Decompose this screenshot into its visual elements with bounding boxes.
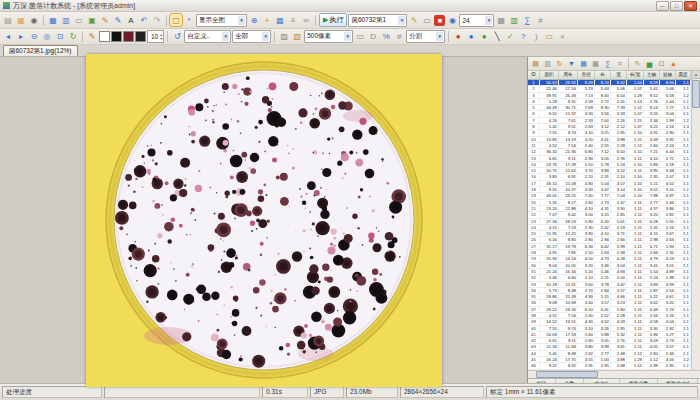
- print-icon[interactable]: ▭: [73, 14, 85, 26]
- settings-icon[interactable]: #: [534, 14, 546, 26]
- stop-icon[interactable]: ■: [434, 15, 445, 26]
- next-image-icon[interactable]: ▸: [15, 31, 27, 43]
- chart-icon[interactable]: ▥: [508, 14, 520, 26]
- brush-icon[interactable]: ▨: [278, 31, 290, 43]
- help-icon[interactable]: ?: [517, 31, 529, 43]
- sum-icon[interactable]: ∑: [602, 58, 613, 69]
- add-blue-dot-icon[interactable]: ●: [465, 31, 477, 43]
- image-tab[interactable]: 菌60732第1.jpg(12%): [3, 45, 78, 56]
- link-icon[interactable]: ∞: [300, 14, 312, 26]
- hand-tool-icon[interactable]: +: [261, 14, 273, 26]
- image-canvas[interactable]: [0, 57, 527, 383]
- toolbar-separator: [274, 31, 275, 42]
- chevron-down-icon: ▾: [222, 32, 229, 41]
- main-toolbar: ▤▦◉▦▥▭▣✎✎A↶↷▢*显示全图▾⊕+▩≡∞▶执行菌60732第1▾✎▭■◉…: [0, 12, 700, 29]
- play-icon: ▶: [323, 16, 328, 24]
- stats-icon[interactable]: ∑: [521, 14, 533, 26]
- color-maroon-swatch[interactable]: [123, 31, 134, 42]
- edit-icon[interactable]: ✎: [408, 14, 420, 26]
- cells-icon[interactable]: ▩: [590, 58, 601, 69]
- marker-pen-icon[interactable]: ✎: [86, 31, 98, 43]
- execute-button[interactable]: ▶执行: [319, 13, 347, 27]
- number-icon[interactable]: #: [393, 31, 405, 43]
- bar-chart-icon[interactable]: ▅: [644, 58, 655, 69]
- spinner-arrows-icon[interactable]: ▴▾: [160, 33, 162, 41]
- user-icon[interactable]: ◉: [446, 14, 458, 26]
- zoom-actual-icon[interactable]: ⊡: [54, 31, 66, 43]
- scope-select[interactable]: 全部▾: [232, 30, 271, 43]
- confirm-icon[interactable]: ✓: [504, 31, 516, 43]
- text-tool-icon[interactable]: A: [125, 14, 137, 26]
- draw-line-icon[interactable]: ╲: [491, 31, 503, 43]
- zoom-out-icon[interactable]: ⊖: [28, 31, 40, 43]
- split-select[interactable]: 分割▾: [406, 30, 445, 43]
- camera-icon[interactable]: ◉: [28, 14, 40, 26]
- redo-icon[interactable]: ↷: [151, 14, 163, 26]
- sort-icon[interactable]: ≡: [614, 58, 625, 69]
- note-icon[interactable]: ▭: [543, 31, 555, 43]
- table-header-row: ID面积周长直径长宽长/宽主轴短轴圆度: [528, 71, 691, 80]
- vertical-scrollbar[interactable]: ▲: [691, 71, 700, 370]
- horizontal-scrollbar[interactable]: [528, 370, 700, 378]
- clipboard-icon[interactable]: ▤: [530, 58, 541, 69]
- specimen-photo[interactable]: [86, 54, 442, 387]
- hscroll-thumb[interactable]: [536, 371, 598, 378]
- open-folder-icon[interactable]: ▦: [15, 14, 27, 26]
- measurement-table-wrap: ID面积周长直径长宽长/宽主轴短轴圆度156.6329.928.498.748.…: [528, 71, 700, 370]
- ruler-icon[interactable]: ≡: [287, 14, 299, 26]
- pen-size-spinner[interactable]: 10▴▾: [147, 30, 164, 43]
- zoom-fit-icon[interactable]: ◎: [41, 31, 53, 43]
- toolbar-separator: [167, 31, 168, 42]
- rotate-icon[interactable]: ↻: [67, 31, 79, 43]
- table-icon[interactable]: ▦: [578, 58, 589, 69]
- paint-icon[interactable]: ✎: [99, 14, 111, 26]
- refresh-icon[interactable]: ↻: [554, 58, 565, 69]
- color-black-swatch[interactable]: [111, 31, 122, 42]
- status-segment: 处理进度: [2, 386, 102, 398]
- grid-icon[interactable]: ▦: [495, 14, 507, 26]
- magic-wand-icon[interactable]: *: [183, 14, 195, 26]
- view-mode-select[interactable]: 显示全图▾: [196, 14, 247, 27]
- rect-tool-icon[interactable]: ▭: [354, 31, 366, 43]
- app-icon: [3, 2, 10, 9]
- clear-icon[interactable]: ×: [556, 31, 568, 43]
- shape-d-icon[interactable]: D: [367, 31, 379, 43]
- threshold-select[interactable]: 自定义..▾: [184, 30, 231, 43]
- close-button[interactable]: ✕: [684, 1, 697, 11]
- save-icon[interactable]: ▦: [47, 14, 59, 26]
- reanalyze-icon[interactable]: ↺: [171, 31, 183, 43]
- layers-icon[interactable]: ▩: [274, 14, 286, 26]
- maximize-button[interactable]: □: [670, 1, 683, 11]
- add-green-dot-icon[interactable]: ●: [478, 31, 490, 43]
- count-select[interactable]: 24▾: [459, 14, 494, 27]
- filter-icon[interactable]: ▼: [566, 58, 577, 69]
- measurement-table: ID面积周长直径长宽长/宽主轴短轴圆度156.6329.928.498.748.…: [528, 71, 691, 370]
- image-icon[interactable]: ▣: [86, 14, 98, 26]
- results-toolbar: ▤▥↻▼▦▩∑≡✎▅⊡▲: [528, 57, 700, 71]
- edit-row-icon[interactable]: ✎: [632, 58, 643, 69]
- size-filter-select[interactable]: 500像素▾: [304, 30, 353, 43]
- flame-icon[interactable]: ▲: [668, 58, 679, 69]
- pencil-icon[interactable]: ✎: [112, 14, 124, 26]
- exponent-icon[interactable]: %: [380, 31, 392, 43]
- color-white-swatch[interactable]: [99, 31, 110, 42]
- eraser-icon[interactable]: ▧: [291, 31, 303, 43]
- status-segment: [104, 386, 260, 398]
- prev-image-icon[interactable]: ◂: [2, 31, 14, 43]
- undo-icon[interactable]: ↶: [138, 14, 150, 26]
- chevron-down-icon: ▾: [398, 16, 405, 25]
- arc-tool-icon[interactable]: ): [530, 31, 542, 43]
- scroll-thumb[interactable]: [692, 80, 700, 108]
- color-dark-swatch[interactable]: [135, 31, 146, 42]
- image-name-select[interactable]: 菌60732第1▾: [348, 14, 407, 27]
- add-red-dot-icon[interactable]: ●: [452, 31, 464, 43]
- select-region-icon[interactable]: ▢: [170, 14, 182, 26]
- scroll-up-icon[interactable]: ▲: [692, 71, 700, 79]
- zoom-in-icon[interactable]: ⊕: [248, 14, 260, 26]
- save-all-icon[interactable]: ▥: [60, 14, 72, 26]
- duplicate-icon[interactable]: ⊡: [656, 58, 667, 69]
- print-table-icon[interactable]: ▥: [542, 58, 553, 69]
- mail-icon[interactable]: ▭: [421, 14, 433, 26]
- minimize-button[interactable]: ─: [656, 1, 669, 11]
- new-file-icon[interactable]: ▤: [2, 14, 14, 26]
